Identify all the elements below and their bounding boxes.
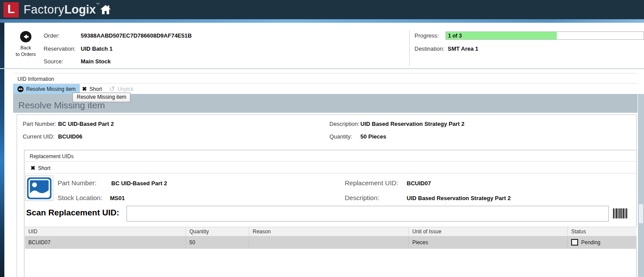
cell-status: Pending	[567, 236, 637, 248]
replacement-uids-group-title: Replacement UIDs	[30, 153, 74, 159]
replacement-short-button-label: Short	[38, 165, 51, 171]
progress-label: Progress:	[414, 32, 439, 39]
progress-fill	[446, 32, 557, 39]
current-uid-label: Current UID:	[23, 133, 55, 140]
part-image-button[interactable]	[25, 176, 53, 201]
window-left-border	[0, 23, 4, 277]
order-value: 59388AABD507EC7D786608D9AF74E51B	[81, 32, 192, 39]
order-label: Order:	[44, 32, 60, 39]
brand-logo: L	[3, 2, 19, 17]
description-value: UID Based Reservation Strategy Part 2	[360, 121, 464, 127]
header-divider	[409, 30, 410, 66]
app-window: L FactoryLogix™ Back to Orders Order: 59…	[0, 0, 644, 277]
column-header-unit-of-issue[interactable]: Unit of Issue	[408, 227, 567, 236]
resolve-missing-button-label: Resolve Missing item	[26, 86, 75, 92]
short-x-icon: ✖	[31, 165, 35, 171]
section-separator	[0, 68, 644, 69]
toolbar-button-resolve-missing[interactable]: Resolve Missing item	[13, 84, 80, 94]
swap-circle-icon	[17, 86, 24, 92]
cell-quantity: 50	[185, 236, 249, 248]
unpick-undo-icon: ↺	[109, 86, 115, 93]
stock-location-value: MS01	[110, 195, 125, 201]
quantity-label: Quantity:	[329, 133, 352, 140]
progress-text: 1 of 3	[448, 33, 462, 39]
reservation-value: UID Batch 1	[81, 45, 113, 52]
tooltip: Resolve Missing item	[72, 93, 130, 102]
app-titlebar: L FactoryLogix™	[0, 0, 644, 19]
column-header-uid[interactable]: UID	[25, 227, 185, 236]
scrollbar-thumb[interactable]	[639, 204, 643, 223]
brand-bold-text: Logix	[65, 3, 96, 16]
scan-replacement-uid-input[interactable]	[127, 206, 609, 222]
replacement-part-number-label: Part Number:	[58, 179, 96, 187]
unpick-button-label: Unpick	[117, 86, 134, 92]
table-row[interactable]: BCUID07 50 Pieces Pending	[25, 236, 637, 249]
reservation-label: Reservation:	[44, 45, 75, 52]
source-value: Main Stock	[81, 58, 111, 65]
progress-bar: 1 of 3	[445, 31, 644, 40]
replacement-description-label: Description:	[345, 194, 379, 201]
picture-icon	[27, 177, 51, 199]
stock-location-label: Stock Location:	[58, 194, 103, 201]
replacement-group-header-border	[24, 161, 636, 162]
back-button-label-line1: Back	[13, 45, 38, 51]
home-icon[interactable]	[99, 3, 112, 16]
app-brand-title: FactoryLogix™	[24, 2, 100, 17]
replacement-part-number-value: BC UID-Based Part 2	[111, 180, 167, 187]
scan-replacement-uid-label: Scan Replacement UID:	[26, 208, 119, 218]
back-to-orders-button[interactable]: Back to Orders	[13, 31, 38, 58]
group-top-border	[13, 73, 637, 73]
cell-uid: BCUID07	[25, 236, 185, 248]
current-uid-value: BCUID06	[58, 133, 82, 140]
description-label: Description:	[329, 121, 360, 127]
brand-logo-letter: L	[7, 3, 15, 16]
column-header-reason[interactable]: Reason	[249, 227, 408, 236]
uid-information-group-title: UID Information	[17, 76, 54, 82]
column-header-quantity[interactable]: Quantity	[185, 227, 249, 236]
group-header-border	[13, 83, 637, 83]
replacement-uid-label: Replacement UID:	[345, 179, 398, 187]
status-checkbox[interactable]	[571, 239, 578, 246]
cell-unit-of-issue: Pieces	[408, 236, 567, 248]
replacement-uids-table: UID Quantity Reason Unit of Issue Status…	[25, 227, 637, 249]
quantity-value: 50 Pieces	[360, 133, 386, 140]
back-button-label-line2: to Orders	[13, 51, 38, 58]
source-label: Source:	[44, 58, 63, 65]
vertical-scrollbar[interactable]	[638, 94, 644, 277]
status-text: Pending	[581, 239, 600, 246]
replacement-toolbar-border	[24, 173, 636, 173]
table-header-row: UID Quantity Reason Unit of Issue Status	[25, 227, 637, 236]
short-button-label: Short	[89, 86, 102, 92]
cell-reason	[249, 236, 408, 248]
replacement-description-value: UID Based Reservation Strategy Part 2	[407, 195, 510, 201]
column-header-status[interactable]: Status	[567, 227, 637, 236]
part-number-value: BC UID-Based Part 2	[58, 121, 114, 127]
destination-value: SMT Area 1	[448, 45, 478, 52]
part-number-label: Part Number:	[23, 121, 56, 127]
barcode-icon	[613, 208, 628, 220]
replacement-short-button[interactable]: ✖ Short	[26, 163, 55, 173]
back-arrow-icon	[20, 31, 32, 43]
brand-regular-text: Factory	[24, 3, 65, 16]
short-x-icon: ✖	[82, 86, 87, 92]
destination-label: Destination:	[414, 45, 445, 52]
replacement-uid-value: BCUID07	[407, 180, 431, 187]
accent-strip	[0, 19, 644, 23]
